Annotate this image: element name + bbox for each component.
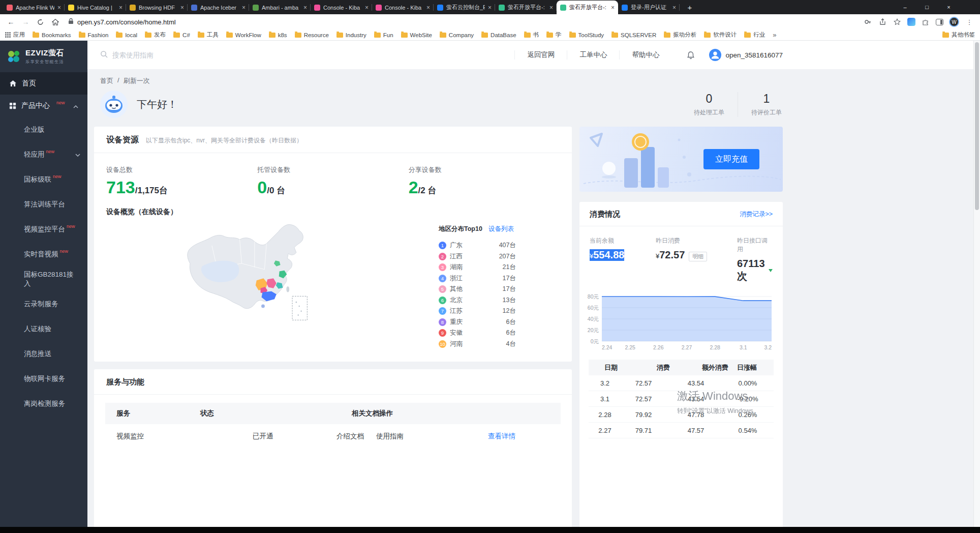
bookmark-star-icon[interactable]: [893, 17, 902, 26]
topbar-link[interactable]: 帮助中心: [619, 50, 671, 60]
bookmark-item[interactable]: Bookmarks: [33, 32, 71, 38]
home-icon[interactable]: [48, 15, 62, 29]
browser-tab[interactable]: Console - Kiba ×: [311, 1, 372, 14]
forward-icon[interactable]: →: [19, 15, 33, 29]
bookmark-item[interactable]: Resource: [295, 32, 329, 38]
browser-tab[interactable]: Apache Iceber ×: [188, 1, 249, 14]
bookmark-item[interactable]: 行业: [744, 31, 765, 39]
bookmarks-overflow-icon[interactable]: »: [773, 31, 776, 39]
browser-tab[interactable]: Apache Flink W ×: [3, 1, 65, 14]
window-close-button[interactable]: ×: [938, 0, 960, 14]
browser-tab[interactable]: Ambari - amba ×: [249, 1, 311, 14]
sidebar-subitem[interactable]: 离岗检测服务 new: [0, 391, 87, 416]
sidebar-item-home[interactable]: 首页: [0, 72, 87, 95]
tab-close-icon[interactable]: ×: [426, 4, 430, 11]
window-minimize-button[interactable]: –: [894, 0, 916, 14]
sidebar-subitem[interactable]: 企业版 new: [0, 117, 87, 142]
sidebar-subitem[interactable]: 实时音视频 new: [0, 242, 87, 266]
sidebar-subitem[interactable]: 算法训练平台 new: [0, 192, 87, 217]
tab-close-icon[interactable]: ×: [488, 4, 492, 11]
side-panel-icon[interactable]: [936, 19, 943, 25]
workorder-stat[interactable]: 1 待评价工单: [738, 92, 783, 117]
bookmark-item[interactable]: SQLSERVER: [611, 32, 656, 38]
bookmark-item[interactable]: C#: [173, 32, 190, 38]
extensions-puzzle-icon[interactable]: [921, 17, 930, 26]
recharge-button[interactable]: 立即充值: [703, 149, 759, 169]
tab-device-list[interactable]: 设备列表: [488, 225, 514, 233]
service-detail-link[interactable]: 查看详情: [488, 432, 515, 441]
tab-close-icon[interactable]: ×: [180, 4, 184, 11]
guide-search[interactable]: [100, 50, 234, 60]
tab-close-icon[interactable]: ×: [242, 4, 246, 11]
browser-tab[interactable]: 萤石云控制台_E ×: [434, 1, 495, 14]
tab-close-icon[interactable]: ×: [611, 4, 615, 11]
bookmark-item[interactable]: DataBase: [481, 32, 516, 38]
extension-colored-icon[interactable]: [907, 18, 915, 26]
sidebar-subitem[interactable]: 国标GB28181接入 new: [0, 266, 87, 291]
sidebar-subitem[interactable]: 视频监控平台 new: [0, 217, 87, 242]
bookmark-item[interactable]: 学: [546, 31, 562, 39]
consumption-records-link[interactable]: 消费记录>>: [740, 210, 773, 219]
topbar-link[interactable]: 返回官网: [514, 50, 567, 60]
tab-close-icon[interactable]: ×: [672, 4, 676, 11]
browser-tab[interactable]: Hive Catalog | ×: [65, 1, 126, 14]
bookmark-item[interactable]: 振动分析: [664, 31, 696, 39]
new-tab-button[interactable]: +: [684, 1, 696, 13]
bookmark-item[interactable]: Company: [440, 32, 474, 38]
sidebar-item-product-center[interactable]: 产品中心 new: [0, 95, 87, 117]
tab-close-icon[interactable]: ×: [303, 4, 307, 11]
bookmark-item[interactable]: WebSite: [401, 32, 432, 38]
address-bar[interactable]: open.ys7.com/console/home.html: [63, 15, 862, 28]
bookmark-item[interactable]: Fashion: [79, 32, 109, 38]
bookmark-item[interactable]: local: [116, 32, 137, 38]
tab-close-icon[interactable]: ×: [119, 4, 122, 11]
browser-profile-avatar[interactable]: W: [949, 17, 959, 27]
browser-tab[interactable]: 登录-用户认证 ×: [618, 1, 680, 14]
password-key-icon[interactable]: [863, 17, 872, 26]
reload-icon[interactable]: [34, 15, 47, 29]
bookmark-item[interactable]: k8s: [269, 32, 287, 38]
notification-bell-icon[interactable]: [687, 51, 695, 60]
sidebar-subitem[interactable]: 轻应用 new: [0, 142, 87, 167]
search-input[interactable]: [112, 51, 234, 59]
window-maximize-button[interactable]: □: [916, 0, 938, 14]
sidebar-subitem[interactable]: 物联网卡服务 new: [0, 366, 87, 391]
tab-close-icon[interactable]: ×: [365, 4, 369, 11]
workorder-stat[interactable]: 0 待处理工单: [681, 92, 738, 117]
sidebar-subitem[interactable]: 国标级联 new: [0, 167, 87, 192]
bookmark-item[interactable]: 软件设计: [704, 31, 737, 39]
sidebar-subitem[interactable]: 人证核验 new: [0, 316, 87, 341]
sidebar-subitem[interactable]: 消息推送 new: [0, 341, 87, 366]
bookmark-item[interactable]: WorkFlow: [226, 32, 261, 38]
tab-region-distribution[interactable]: 地区分布Top10: [439, 225, 482, 233]
breadcrumb-home[interactable]: 首页: [100, 76, 113, 85]
bookmark-item[interactable]: 发布: [145, 31, 166, 39]
other-bookmarks[interactable]: 其他书签: [942, 31, 975, 39]
bookmark-item[interactable]: ToolStudy: [569, 32, 604, 38]
brand-logo[interactable]: EZVIZ萤石 乐享安全智能生活: [0, 41, 87, 72]
tab-close-icon[interactable]: ×: [549, 4, 553, 11]
browser-tab[interactable]: Console - Kiba ×: [372, 1, 434, 14]
back-icon[interactable]: ←: [4, 15, 18, 29]
scrollbar-thumb[interactable]: [975, 42, 979, 210]
bookmark-item[interactable]: 应用: [5, 31, 25, 39]
share-icon[interactable]: [878, 17, 887, 26]
page-scrollbar[interactable]: [973, 41, 980, 527]
bookmark-item[interactable]: 书: [524, 31, 539, 39]
menu-kebab-icon[interactable]: ⋮: [965, 17, 974, 26]
service-doc-link[interactable]: 介绍文档: [336, 432, 364, 441]
account-menu[interactable]: open_3581616077: [709, 49, 783, 61]
china-map[interactable]: [180, 222, 323, 349]
bookmark-item[interactable]: Fun: [374, 32, 393, 38]
bookmark-item[interactable]: 工具: [198, 31, 219, 39]
browser-tab[interactable]: Browsing HDF ×: [126, 1, 188, 14]
browser-tab[interactable]: 萤石开放平台-: ×: [557, 1, 618, 14]
sidebar-subitem[interactable]: 云录制服务 new: [0, 291, 87, 316]
detail-button[interactable]: 明细: [689, 252, 707, 261]
topbar-link[interactable]: 工单中心: [567, 50, 619, 60]
tab-close-icon[interactable]: ×: [57, 4, 61, 11]
browser-tab[interactable]: 萤石开放平台-: ×: [495, 1, 557, 14]
service-guide-link[interactable]: 使用指南: [376, 432, 404, 441]
dropdown-caret-icon[interactable]: [769, 269, 773, 272]
bookmark-item[interactable]: Industry: [336, 32, 366, 38]
